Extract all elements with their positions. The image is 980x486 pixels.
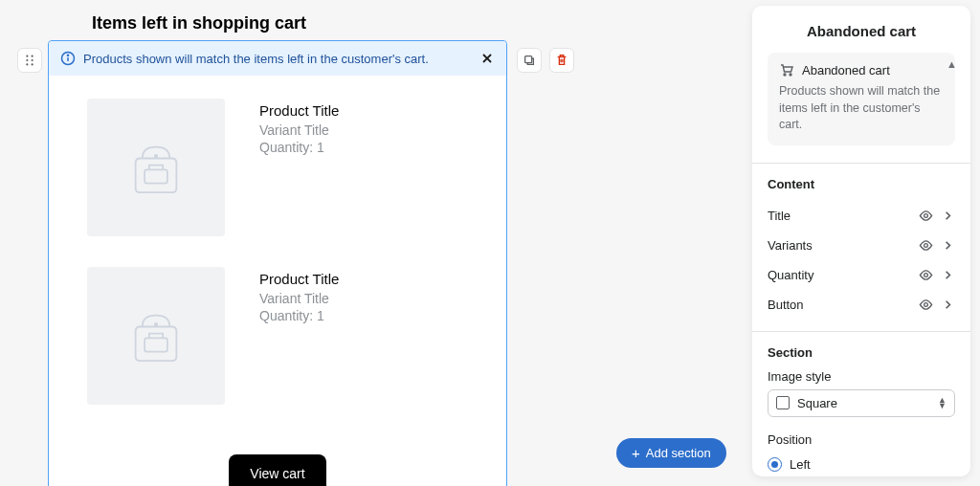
content-heading: Content (768, 177, 955, 191)
plus-icon: + (632, 446, 640, 460)
svg-point-18 (784, 74, 786, 76)
info-banner: Products shown will match the items left… (49, 41, 506, 76)
product-variant: Variant Title (259, 122, 339, 138)
content-row-variants[interactable]: Variants (768, 231, 955, 260)
image-style-select[interactable]: Square ▲▼ (768, 389, 955, 417)
divider (752, 331, 970, 332)
content-row-title[interactable]: Title (768, 201, 955, 231)
product-title: Product Title (259, 271, 339, 287)
panel-header: Abandoned cart (752, 6, 970, 53)
chevron-right-icon (941, 298, 955, 312)
svg-point-3 (32, 59, 33, 61)
svg-point-12 (155, 155, 157, 157)
eye-icon[interactable] (919, 238, 933, 253)
position-radio-left[interactable]: Left (768, 453, 955, 475)
chevron-right-icon (941, 268, 955, 282)
content-row-label: Quantity (768, 268, 813, 282)
svg-point-14 (155, 323, 157, 325)
card-title: Abandoned cart (802, 63, 890, 77)
content-row-label: Title (768, 209, 791, 223)
svg-point-19 (790, 74, 791, 76)
delete-button[interactable] (549, 48, 574, 73)
product-quantity: Quantity: 1 (259, 140, 339, 155)
product-row: Product Title Variant Title Quantity: 1 (87, 99, 468, 236)
chevron-right-icon (941, 238, 955, 253)
backpack-icon (120, 299, 192, 372)
svg-rect-13 (145, 338, 167, 351)
duplicate-button[interactable] (517, 48, 542, 73)
svg-point-8 (67, 55, 68, 55)
duplicate-icon (523, 54, 536, 67)
radio-label: Left (790, 457, 811, 472)
radio-icon (768, 457, 782, 472)
svg-point-22 (924, 273, 928, 276)
svg-point-21 (924, 243, 928, 247)
trash-icon (555, 54, 568, 67)
close-icon[interactable] (479, 51, 495, 66)
eye-icon[interactable] (919, 298, 933, 312)
info-icon (60, 51, 76, 66)
panel-info-card: ▲ Abandoned cart Products shown will mat… (768, 53, 955, 145)
eye-icon[interactable] (919, 268, 933, 282)
product-image-placeholder (87, 267, 225, 405)
abandoned-cart-block[interactable]: Products shown will match the items left… (48, 40, 507, 486)
info-banner-text: Products shown will match the items left… (83, 52, 429, 66)
card-description: Products shown will match the items left… (779, 83, 944, 134)
svg-rect-11 (145, 169, 167, 183)
products-list: Product Title Variant Title Quantity: 1 … (49, 76, 506, 454)
product-variant: Variant Title (259, 291, 339, 306)
section-title: Items left in shopping cart (92, 13, 306, 33)
chevron-right-icon (941, 209, 955, 223)
image-style-label: Image style (768, 369, 955, 384)
content-row-button[interactable]: Button (768, 290, 955, 320)
content-row-quantity[interactable]: Quantity (768, 260, 955, 290)
image-style-value: Square (797, 396, 837, 410)
add-section-label: Add section (646, 446, 711, 460)
content-row-label: Button (768, 298, 804, 312)
svg-point-0 (26, 55, 28, 57)
svg-point-2 (26, 59, 28, 61)
product-image-placeholder (87, 99, 225, 236)
backpack-icon (120, 131, 192, 204)
drag-icon (23, 54, 36, 67)
view-cart-button[interactable]: View cart (229, 454, 325, 486)
drag-handle[interactable] (17, 48, 42, 73)
section-heading: Section (768, 345, 955, 360)
svg-point-1 (32, 55, 33, 57)
product-quantity: Quantity: 1 (259, 308, 339, 323)
product-title: Product Title (259, 102, 339, 119)
select-chevrons-icon: ▲▼ (938, 397, 947, 409)
card-collapse-icon[interactable]: ▲ (947, 58, 957, 70)
svg-point-23 (924, 302, 928, 306)
divider (752, 163, 970, 164)
content-row-label: Variants (768, 238, 813, 253)
svg-point-4 (26, 63, 28, 65)
position-label: Position (768, 432, 955, 447)
svg-point-20 (924, 213, 928, 217)
eye-icon[interactable] (919, 209, 933, 223)
svg-point-5 (32, 63, 33, 65)
cart-icon (779, 62, 794, 77)
settings-panel: Abandoned cart ▲ Abandoned cart Products… (752, 6, 970, 476)
square-icon (776, 396, 790, 409)
add-section-button[interactable]: + Add section (616, 438, 726, 468)
product-row: Product Title Variant Title Quantity: 1 (87, 267, 468, 405)
svg-rect-15 (525, 56, 532, 63)
